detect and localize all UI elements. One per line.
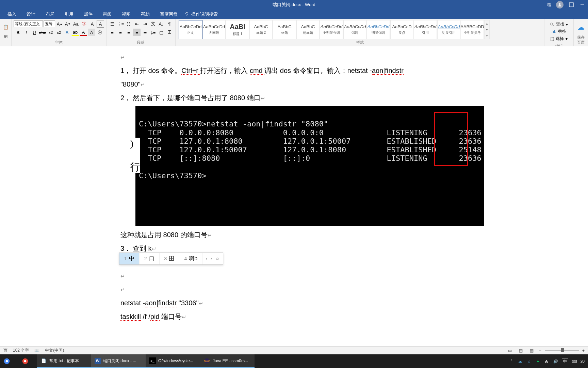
ribbon-display-icon[interactable] xyxy=(568,2,574,8)
avatar-icon[interactable] xyxy=(556,1,564,9)
align-left-button[interactable]: ≡ xyxy=(109,29,116,36)
notepad-task[interactable]: 📄常用.txt - 记事本 xyxy=(37,354,91,368)
text-effects-button[interactable]: A xyxy=(63,29,71,36)
italic-button[interactable]: I xyxy=(22,29,30,36)
page-indicator[interactable]: 页 xyxy=(3,348,7,353)
line-spacing-button[interactable]: ‡≡ xyxy=(149,29,157,36)
align-right-button[interactable]: ≡ xyxy=(125,29,132,36)
ime-next-icon[interactable]: › xyxy=(211,256,212,261)
onedrive-icon[interactable]: ☁ xyxy=(518,358,523,364)
tab-review[interactable]: 审阅 xyxy=(98,10,116,19)
shrink-font-button[interactable]: A▼ xyxy=(64,20,71,28)
multilevel-button[interactable]: ☷ xyxy=(125,20,132,28)
style-item-10[interactable]: AaBbCcDd引用 xyxy=(414,20,437,39)
shading-button[interactable]: ▢ xyxy=(158,29,165,36)
change-case-button[interactable]: Aa xyxy=(72,20,80,28)
tab-mailings[interactable]: 邮件 xyxy=(79,10,97,19)
find-button[interactable]: 查找 ▾ xyxy=(549,21,569,28)
enclose-char-button[interactable]: ㊥ xyxy=(96,29,103,36)
justify-button[interactable]: ≡ xyxy=(133,29,141,36)
asian-layout-button[interactable]: 文 xyxy=(149,20,157,28)
clock[interactable]: 20 xyxy=(581,359,585,363)
cmd-task[interactable]: >_C:\windows\syste... xyxy=(146,354,200,368)
font-size-select[interactable] xyxy=(44,20,55,27)
phonetic-guide-button[interactable]: 字 xyxy=(80,20,88,28)
web-layout-button[interactable]: ▦ xyxy=(528,348,536,354)
replace-button[interactable]: ab 替换 xyxy=(551,28,567,35)
ime-candidate-0[interactable]: 1中 xyxy=(119,253,140,264)
read-mode-button[interactable]: ▭ xyxy=(506,348,514,354)
highlight-button[interactable]: ab xyxy=(71,29,79,36)
style-item-9[interactable]: AaBbCcD要点 xyxy=(390,20,413,39)
language-indicator[interactable]: 中文(中国) xyxy=(45,348,64,353)
eclipse-task[interactable]: Java EE - ssm0rs... xyxy=(200,354,255,368)
word-task[interactable]: W端口关闭.docx - ... xyxy=(91,354,146,368)
subscript-button[interactable]: x2 xyxy=(47,29,54,36)
grow-font-button[interactable]: A▲ xyxy=(56,20,63,28)
superscript-button[interactable]: x2 xyxy=(55,29,63,36)
char-shading-button[interactable]: A xyxy=(88,29,95,36)
distributed-button[interactable]: ≣ xyxy=(141,29,149,36)
ime-candidate-1[interactable]: 2口 xyxy=(140,253,160,264)
sort-button[interactable]: A↓ xyxy=(158,20,165,28)
tab-help[interactable]: 帮助 xyxy=(136,10,154,19)
increase-indent-button[interactable]: ⇥ xyxy=(141,20,149,28)
font-color-button[interactable]: A xyxy=(80,29,87,36)
style-item-5[interactable]: AaBbC副标题 xyxy=(296,20,320,39)
style-item-8[interactable]: AaBbCcDd明显强调 xyxy=(367,20,390,39)
style-item-6[interactable]: AaBbCcDd不明显强调 xyxy=(320,20,343,39)
styles-more-button[interactable]: ▲▼▾ xyxy=(484,20,490,39)
chrome-task-2[interactable] xyxy=(18,354,37,368)
keyboard-icon[interactable]: ⌨ xyxy=(572,358,577,364)
tray-up-icon[interactable]: ˄ xyxy=(509,358,514,364)
bullets-button[interactable]: ☰ xyxy=(109,20,116,28)
print-layout-button[interactable]: ▤ xyxy=(517,348,525,354)
ime-emoji-icon[interactable]: ☺ xyxy=(215,256,219,261)
spell-check-icon[interactable]: 📖 xyxy=(34,348,39,353)
tab-references[interactable]: 引用 xyxy=(60,10,78,19)
style-item-7[interactable]: AaBbCcDd强调 xyxy=(343,20,366,39)
numbering-button[interactable]: ⋮≡ xyxy=(117,20,124,28)
style-item-11[interactable]: AaBbCcDd明显引用 xyxy=(437,20,460,39)
security-icon[interactable]: ⌂ xyxy=(526,358,532,364)
tell-me[interactable]: 操作说明搜索 xyxy=(184,11,218,17)
ime-prev-icon[interactable]: ‹ xyxy=(206,256,207,261)
font-name-select[interactable] xyxy=(14,20,43,27)
document-area[interactable]: ↵ 1，打开 dos 命令。Ctrl+r 打开运行，输入 cmd 调出 dos … xyxy=(0,46,588,346)
underline-button[interactable]: U xyxy=(31,29,38,36)
bold-button[interactable]: B xyxy=(14,29,22,36)
ime-candidate-2[interactable]: 3昍 xyxy=(160,253,180,264)
char-border-button[interactable]: A xyxy=(97,20,104,28)
zoom-slider[interactable] xyxy=(545,350,579,351)
volume-icon[interactable]: 🔊 xyxy=(553,358,558,364)
style-item-2[interactable]: AaBl标题 1 xyxy=(226,20,249,39)
zoom-in-button[interactable]: + xyxy=(582,348,585,353)
align-center-button[interactable]: ≡ xyxy=(117,29,124,36)
wechat-icon[interactable]: ● xyxy=(535,358,541,364)
style-item-3[interactable]: AaBbC标题 2 xyxy=(249,20,273,39)
network-icon[interactable]: 🖧 xyxy=(544,358,550,364)
show-marks-button[interactable]: ¶ xyxy=(166,20,173,28)
tab-design[interactable]: 设计 xyxy=(22,10,40,19)
clear-formatting-button[interactable]: A xyxy=(88,20,96,28)
style-item-1[interactable]: AaBbCcDd无间隔 xyxy=(202,20,226,39)
borders-button[interactable]: 田 xyxy=(166,29,173,36)
minimize-icon[interactable] xyxy=(579,2,585,8)
tab-insert[interactable]: 插入 xyxy=(3,10,21,19)
style-item-12[interactable]: AABBCcDD不明显参考 xyxy=(461,20,484,39)
word-count[interactable]: 102 个字 xyxy=(13,348,29,353)
ime-candidate-3[interactable]: 4啊b xyxy=(179,253,202,264)
tab-view[interactable]: 视图 xyxy=(117,10,135,19)
ime-lang-indicator[interactable]: 中 xyxy=(562,358,568,364)
paste-button[interactable]: 📋 xyxy=(2,20,10,34)
zoom-out-button[interactable]: − xyxy=(539,348,541,353)
chrome-task-1[interactable] xyxy=(0,354,18,368)
tab-layout[interactable]: 布局 xyxy=(41,10,59,19)
select-button[interactable]: ⬚ 选择 ▾ xyxy=(550,35,568,42)
decrease-indent-button[interactable]: ⇤ xyxy=(133,20,141,28)
baidu-save-icon[interactable]: ☁ xyxy=(577,23,584,31)
strike-button[interactable]: abc xyxy=(39,29,46,36)
style-item-4[interactable]: AaBbC标题 xyxy=(273,20,296,39)
tab-baidu[interactable]: 百度网盘 xyxy=(155,10,182,19)
style-item-0[interactable]: AaBbCcDd正文 xyxy=(179,20,202,39)
